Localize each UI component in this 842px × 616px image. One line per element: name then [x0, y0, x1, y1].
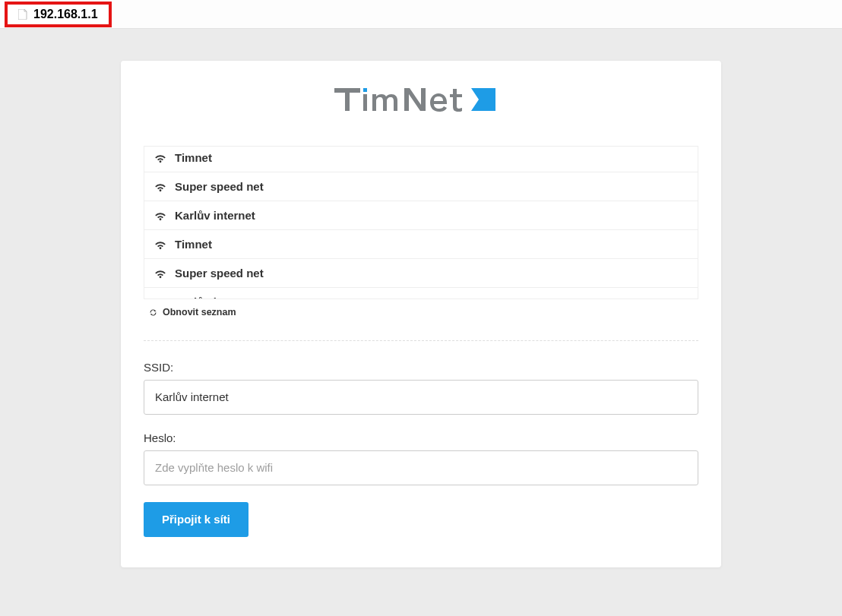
network-row[interactable]: Karlův internet	[144, 201, 698, 230]
address-url[interactable]: 192.168.1.1	[33, 8, 98, 21]
network-ssid: Timnet	[175, 151, 212, 164]
network-row[interactable]: Timnet	[144, 146, 698, 172]
connect-button[interactable]: Připojit k síti	[144, 502, 248, 537]
password-label: Heslo:	[144, 431, 698, 444]
network-ssid: Super speed net	[175, 180, 264, 193]
refresh-label: Obnovit seznam	[163, 307, 236, 317]
ssid-label: SSID:	[144, 361, 698, 374]
page-icon	[18, 9, 27, 20]
svg-rect-2	[363, 88, 367, 92]
network-ssid: Karlův internet	[175, 209, 255, 222]
network-list[interactable]: TimnetSuper speed netKarlův internetTimn…	[144, 146, 698, 299]
network-row[interactable]: Karlův internet	[144, 288, 698, 299]
svg-rect-1	[345, 88, 350, 111]
address-highlight: 192.168.1.1	[5, 2, 112, 27]
wifi-icon	[154, 182, 167, 192]
network-row[interactable]: Super speed net	[144, 172, 698, 201]
svg-rect-3	[363, 94, 367, 111]
wifi-setup-card: TimnetSuper speed netKarlův internetTimn…	[121, 61, 721, 567]
network-ssid: Super speed net	[175, 267, 264, 280]
wifi-icon	[154, 268, 167, 279]
network-row[interactable]: Super speed net	[144, 259, 698, 288]
wifi-icon	[154, 239, 167, 250]
wifi-icon	[154, 210, 167, 221]
browser-address-bar: 192.168.1.1	[0, 0, 842, 29]
refresh-link[interactable]: Obnovit seznam	[148, 307, 236, 317]
network-row[interactable]: Timnet	[144, 230, 698, 259]
wifi-icon	[154, 153, 167, 163]
network-ssid: Timnet	[175, 238, 212, 251]
logo-row	[144, 84, 698, 120]
password-input[interactable]	[144, 450, 698, 485]
wifi-icon	[154, 297, 167, 300]
section-divider	[144, 340, 698, 341]
ssid-input[interactable]	[144, 380, 698, 415]
refresh-icon	[148, 308, 158, 317]
network-ssid: Karlův internet	[175, 295, 255, 299]
timnet-logo	[334, 84, 508, 117]
